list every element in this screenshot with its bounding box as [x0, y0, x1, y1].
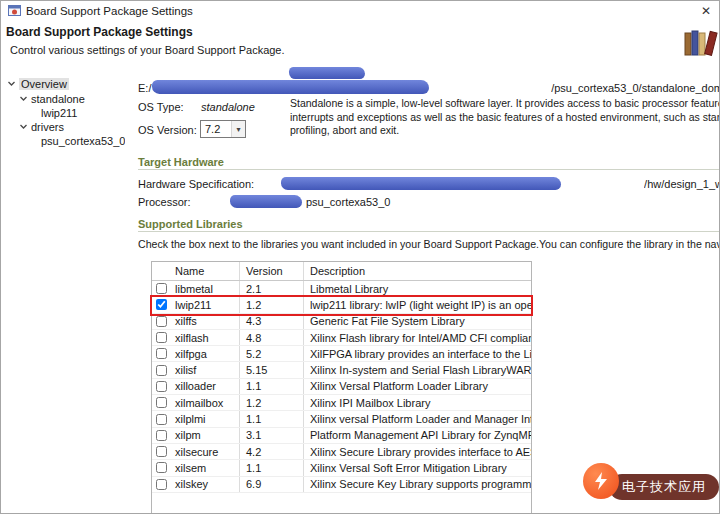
close-icon[interactable]: ✕ — [701, 4, 711, 18]
os-type-label: OS Type: — [138, 101, 184, 113]
os-version-value: 7.2 — [201, 121, 231, 137]
os-description-line: profiling, abort and exit. — [290, 124, 720, 138]
table-row[interactable]: xilloader1.1Xilinx Versal Platform Loade… — [152, 379, 531, 395]
library-description: Libmetal Library — [304, 281, 531, 296]
library-checkbox[interactable] — [156, 299, 167, 310]
sidebar-item-label: lwip211 — [41, 107, 78, 119]
target-hardware-heading: Target Hardware — [138, 156, 224, 168]
redaction-blob — [230, 195, 302, 208]
library-name: lwip211 — [170, 297, 240, 312]
processor-label: Processor: — [138, 196, 191, 208]
library-description: Xilinx Versal Platform Loader Library — [304, 379, 531, 394]
table-row[interactable]: xilisf5.15Xilinx In-system and Serial Fl… — [152, 362, 531, 378]
sidebar-item-overview[interactable]: Overview — [7, 76, 69, 91]
library-version: 3.1 — [240, 428, 304, 443]
library-name: xilffs — [170, 314, 240, 329]
library-checkbox[interactable] — [156, 283, 167, 294]
page-title: Board Support Package Settings — [6, 25, 193, 39]
sidebar-item-label: Overview — [19, 78, 69, 90]
supported-libraries-heading: Supported Libraries — [138, 218, 243, 230]
section-divider — [138, 231, 720, 232]
library-checkbox[interactable] — [156, 479, 167, 490]
os-description-line: interrupts and exceptions as well as the… — [290, 111, 720, 125]
sidebar-item-lwip211[interactable]: lwip211 — [41, 105, 78, 120]
library-checkbox[interactable] — [156, 430, 167, 441]
library-version: 1.1 — [240, 411, 304, 426]
chevron-down-icon[interactable] — [19, 94, 28, 103]
redaction-blob — [289, 67, 365, 79]
library-name: xilsem — [170, 460, 240, 475]
libraries-hint: Check the box next to the libraries you … — [138, 238, 720, 250]
redaction-blob — [152, 80, 429, 94]
table-row[interactable]: xilffs4.3Generic Fat File System Library — [152, 314, 531, 330]
table-row[interactable]: libmetal2.1Libmetal Library — [152, 281, 531, 297]
library-version: 6.9 — [240, 477, 304, 492]
processor-value: psu_cortexa53_0 — [306, 196, 390, 208]
library-version: 5.15 — [240, 362, 304, 377]
table-row[interactable]: lwip2111.2lwip211 library: lwIP (light w… — [152, 297, 531, 313]
library-checkbox[interactable] — [156, 332, 167, 343]
table-row[interactable]: xilflash4.8Xilinx Flash library for Inte… — [152, 330, 531, 346]
library-checkbox[interactable] — [156, 446, 167, 457]
table-row[interactable]: xilmailbox1.2Xilinx IPI Mailbox Library — [152, 395, 531, 411]
watermark-pill: 电子技术应用 — [609, 474, 719, 500]
table-row[interactable]: xilsem1.1Xilinx Versal Soft Error Mitiga… — [152, 460, 531, 476]
library-checkbox[interactable] — [156, 381, 167, 392]
library-description: Platform Management API Library for Zynq… — [304, 428, 531, 443]
library-version: 1.2 — [240, 395, 304, 410]
library-version: 1.1 — [240, 379, 304, 394]
table-row[interactable]: xilfpga5.2XilFPGA library provides an in… — [152, 346, 531, 362]
library-checkbox[interactable] — [156, 462, 167, 473]
hardware-spec-label: Hardware Specification: — [138, 178, 254, 190]
chevron-down-icon[interactable] — [7, 79, 16, 88]
table-header: Name Version Description — [152, 262, 531, 281]
library-version: 2.1 — [240, 281, 304, 296]
library-checkbox[interactable] — [156, 397, 167, 408]
os-description: Standalone is a simple, low-level softwa… — [290, 97, 720, 138]
library-version: 4.8 — [240, 330, 304, 345]
library-version: 4.3 — [240, 314, 304, 329]
sidebar-item-drivers[interactable]: drivers — [19, 119, 64, 134]
library-checkbox[interactable] — [156, 414, 167, 425]
library-name: xilplmi — [170, 411, 240, 426]
column-header-version[interactable]: Version — [240, 262, 304, 280]
table-row[interactable]: xilsecure4.2Xilinx Secure Library provid… — [152, 444, 531, 460]
column-header-name[interactable]: Name — [170, 262, 240, 280]
library-name: xilskey — [170, 477, 240, 492]
library-description: Xilinx Secure Library provides interface… — [304, 444, 531, 459]
library-name: xilflash — [170, 330, 240, 345]
column-header-description[interactable]: Description — [304, 262, 531, 280]
library-checkbox[interactable] — [156, 365, 167, 376]
library-description: Xilinx versal Platform Loader and Manage… — [304, 411, 531, 426]
sidebar-item-standalone[interactable]: standalone — [19, 91, 85, 106]
table-row[interactable]: xilplmi1.1Xilinx versal Platform Loader … — [152, 411, 531, 427]
chevron-down-icon[interactable] — [19, 122, 28, 131]
library-description: XilFPGA library provides an interface to… — [304, 346, 531, 361]
window-title: Board Support Package Settings — [26, 5, 193, 17]
library-description: Xilinx In-system and Serial Flash Librar… — [304, 362, 531, 377]
library-description: lwip211 library: lwIP (light weight IP) … — [304, 297, 531, 312]
library-description: Generic Fat File System Library — [304, 314, 531, 329]
page-subtitle: Control various settings of your Board S… — [10, 44, 285, 56]
library-description: Xilinx Versal Soft Error Mitigation Libr… — [304, 460, 531, 475]
redaction-blob — [281, 177, 561, 190]
library-version: 4.2 — [240, 444, 304, 459]
library-name: xilpm — [170, 428, 240, 443]
library-name: xilisf — [170, 362, 240, 377]
os-version-label: OS Version: — [138, 124, 197, 136]
library-checkbox[interactable] — [156, 316, 167, 327]
sidebar-item-label: standalone — [31, 93, 85, 105]
sidebar-item-psu-cortexa53-0[interactable]: psu_cortexa53_0 — [41, 133, 125, 148]
watermark-logo-icon — [583, 463, 619, 499]
library-name: xilloader — [170, 379, 240, 394]
sidebar-item-label: psu_cortexa53_0 — [41, 135, 125, 147]
os-version-select[interactable]: 7.2 ▾ — [200, 120, 246, 138]
library-version: 1.2 — [240, 297, 304, 312]
bsp-path-prefix: E:/ — [138, 82, 151, 94]
table-row[interactable]: xilskey6.9Xilinx Secure Key Library supp… — [152, 477, 531, 493]
table-row[interactable]: xilpm3.1Platform Management API Library … — [152, 428, 531, 444]
library-checkbox[interactable] — [156, 348, 167, 359]
dropdown-arrow-icon: ▾ — [231, 121, 245, 137]
bsp-path-suffix: /psu_cortexa53_0/standalone_dom — [551, 82, 720, 94]
section-divider — [138, 169, 720, 170]
